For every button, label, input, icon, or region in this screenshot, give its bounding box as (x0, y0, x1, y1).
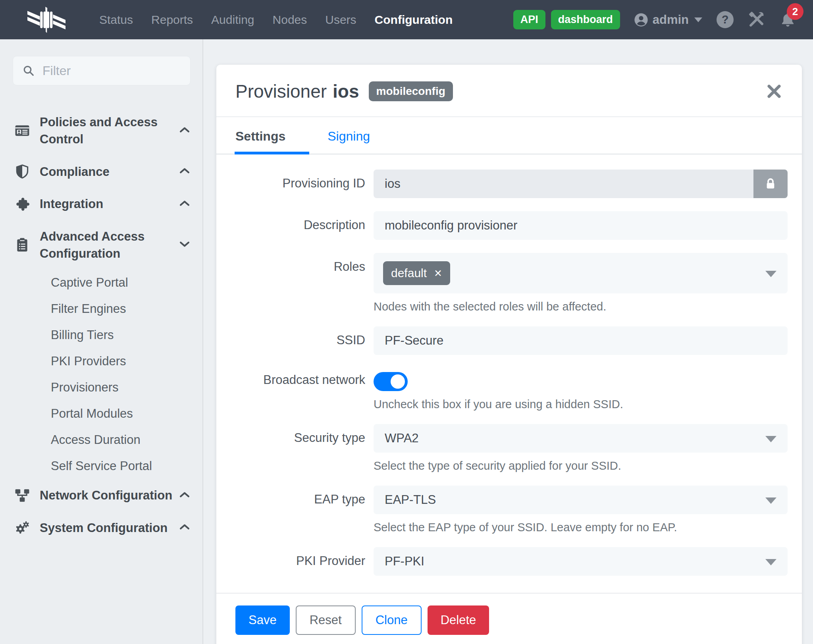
tools-icon[interactable] (748, 11, 765, 28)
dropdown-caret-icon (765, 436, 776, 442)
field-label: Security type (216, 424, 365, 445)
page-title-prefix: Provisioner (235, 81, 327, 102)
sidebar-section-network-configuration[interactable]: Network Configuration (13, 479, 191, 511)
main-content: Provisioner ios mobileconfig Settings Si… (203, 39, 813, 644)
dropdown-caret-icon (765, 271, 776, 277)
dropdown-caret-icon (765, 559, 776, 565)
ssid-value: PF-Secure (385, 334, 443, 348)
card-header: Provisioner ios mobileconfig (216, 65, 802, 117)
sidebar-item-filter-engines[interactable]: Filter Engines (51, 296, 191, 322)
sidebar-section-label: System Configuration (32, 519, 179, 536)
provisioner-type-badge: mobileconfig (369, 81, 453, 101)
save-button[interactable]: Save (235, 605, 290, 635)
pki-provider-select[interactable]: PF-PKI (374, 547, 788, 576)
dashboard-badge[interactable]: dashboard (551, 10, 620, 29)
field-label: Description (216, 211, 365, 232)
sidebar-filter-input[interactable] (42, 64, 209, 78)
role-chip-default[interactable]: default ✕ (383, 261, 450, 285)
user-name-label: admin (653, 13, 689, 27)
description-value: mobileconfig provisioner (385, 218, 517, 233)
navbar-right-cluster: API dashboard admin ? (508, 10, 796, 29)
sidebar-item-access-duration[interactable]: Access Duration (51, 427, 191, 453)
sidebar-section-label: Policies and Access Control (32, 114, 179, 148)
help-icon[interactable]: ? (717, 11, 734, 28)
ssid-input[interactable]: PF-Secure (374, 326, 788, 355)
config-sidebar: Policies and Access Control Compliance (0, 39, 203, 644)
eap-type-select[interactable]: EAP-TLS (374, 486, 788, 514)
shield-icon (13, 164, 32, 179)
id-card-icon (13, 123, 32, 138)
sidebar-section-policies-and-access-control[interactable]: Policies and Access Control (13, 106, 191, 156)
security-type-helper-text: Select the type of security applied for … (374, 459, 788, 472)
sidebar-section-integration[interactable]: Integration (13, 188, 191, 220)
nav-item-status[interactable]: Status (99, 13, 133, 27)
delete-button[interactable]: Delete (428, 605, 489, 635)
role-chip-label: default (391, 266, 427, 280)
close-icon[interactable] (765, 83, 783, 100)
notifications-bell-icon[interactable]: 2 (779, 11, 796, 28)
sidebar-item-pki-providers[interactable]: PKI Providers (51, 348, 191, 374)
nav-item-configuration[interactable]: Configuration (375, 13, 453, 27)
security-type-select[interactable]: WPA2 (374, 424, 788, 453)
sidebar-item-billing-tiers[interactable]: Billing Tiers (51, 322, 191, 348)
nav-item-auditing[interactable]: Auditing (211, 13, 254, 27)
user-menu[interactable]: admin (634, 12, 702, 27)
sidebar-menu: Policies and Access Control Compliance (13, 106, 191, 544)
chevron-up-icon (179, 521, 191, 534)
chevron-up-icon (179, 489, 191, 502)
dropdown-caret-icon (765, 497, 776, 504)
provisioning-id-value: ios (385, 177, 401, 191)
chevron-down-icon (179, 238, 191, 252)
field-label: PKI Provider (216, 547, 365, 568)
nav-item-reports[interactable]: Reports (151, 13, 193, 27)
field-label: EAP type (216, 486, 365, 507)
form-row-roles: Roles default ✕ Nodes with the selected … (216, 253, 788, 313)
network-icon (13, 488, 32, 503)
user-circle-icon (634, 12, 649, 27)
card-footer: Save Reset Clone Delete (216, 593, 802, 644)
pki-provider-value: PF-PKI (385, 554, 424, 569)
sidebar-item-self-service-portal[interactable]: Self Service Portal (51, 453, 191, 479)
api-badge[interactable]: API (513, 10, 545, 29)
description-input[interactable]: mobileconfig provisioner (374, 211, 788, 240)
sidebar-section-label: Network Configuration (32, 487, 179, 504)
top-navbar: Status Reports Auditing Nodes Users Conf… (0, 0, 813, 39)
tab-settings[interactable]: Settings (235, 117, 285, 154)
nav-item-nodes[interactable]: Nodes (273, 13, 307, 27)
lock-icon[interactable] (753, 170, 788, 198)
eap-type-helper-text: Select the EAP type of your SSID. Leave … (374, 521, 788, 534)
clone-button[interactable]: Clone (362, 605, 422, 635)
broadcast-helper-text: Uncheck this box if you are using a hidd… (374, 398, 788, 411)
form-row-ssid: SSID PF-Secure (216, 326, 788, 355)
provisioning-id-field: ios (374, 170, 788, 198)
chevron-up-icon (179, 165, 191, 178)
sidebar-section-advanced-access-configuration[interactable]: Advanced Access Configuration (13, 220, 191, 270)
chevron-up-icon (179, 197, 191, 211)
gears-icon (13, 520, 32, 535)
card-tabs: Settings Signing (216, 117, 802, 154)
toggle-knob (391, 374, 405, 389)
roles-multiselect[interactable]: default ✕ (374, 253, 788, 293)
field-label: Provisioning ID (216, 170, 365, 191)
chevron-down-icon (694, 17, 702, 22)
sidebar-section-compliance[interactable]: Compliance (13, 156, 191, 188)
sidebar-section-system-configuration[interactable]: System Configuration (13, 512, 191, 544)
form-row-security-type: Security type WPA2 Select the type of se… (216, 424, 788, 472)
sidebar-item-captive-portal[interactable]: Captive Portal (51, 270, 191, 296)
chevron-up-icon (179, 124, 191, 137)
field-label: Roles (216, 253, 365, 274)
security-type-value: WPA2 (385, 431, 419, 445)
nav-item-users[interactable]: Users (325, 13, 356, 27)
sidebar-section-label: Integration (32, 195, 179, 212)
clipboard-list-icon (13, 237, 32, 253)
remove-role-icon[interactable]: ✕ (434, 268, 442, 279)
field-label: Broadcast network (216, 368, 365, 387)
notification-count-badge: 2 (787, 3, 803, 20)
broadcast-network-toggle[interactable] (374, 372, 408, 391)
tab-signing[interactable]: Signing (328, 117, 370, 154)
reset-button[interactable]: Reset (296, 605, 356, 635)
sidebar-item-portal-modules[interactable]: Portal Modules (51, 401, 191, 427)
sidebar-item-provisioners[interactable]: Provisioners (51, 374, 191, 401)
sidebar-section-label: Compliance (32, 163, 179, 180)
sidebar-filter (13, 56, 191, 85)
